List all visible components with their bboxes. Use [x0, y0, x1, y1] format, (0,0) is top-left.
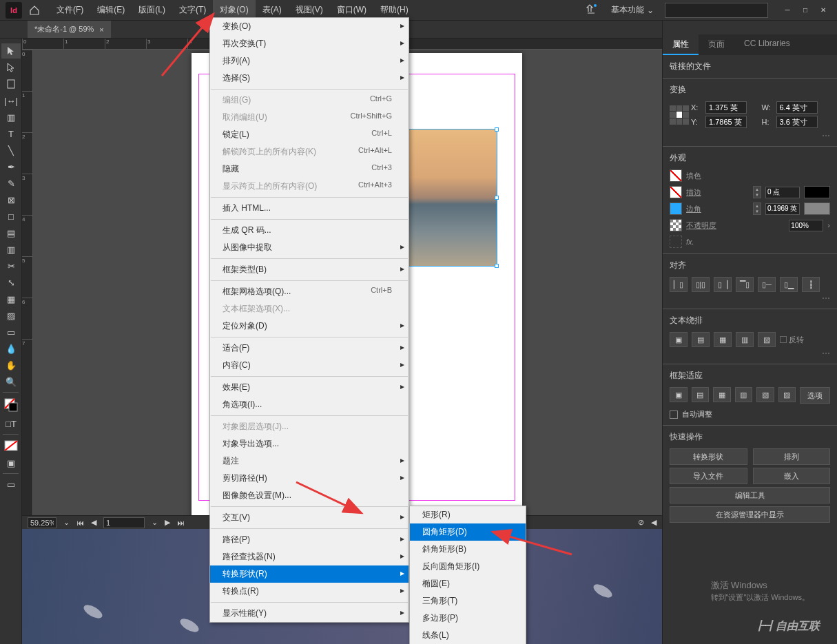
- tab-properties[interactable]: 属性: [663, 34, 699, 55]
- home-icon[interactable]: [26, 2, 43, 19]
- menu-item[interactable]: 效果(E)▸: [210, 379, 409, 396]
- apply-color[interactable]: [1, 437, 21, 454]
- menu-item[interactable]: 变换(O)▸: [210, 18, 409, 35]
- corner-icon[interactable]: [670, 202, 682, 215]
- page-first-icon[interactable]: ⏮: [76, 519, 84, 527]
- menu-item[interactable]: 选择(S)▸: [210, 70, 409, 87]
- submenu-item[interactable]: 斜角矩形(B): [410, 541, 526, 558]
- align-hcenter[interactable]: ▯|▯: [692, 277, 710, 292]
- menu-item[interactable]: 剪切路径(H)▸: [210, 470, 409, 487]
- horizontal-grid-tool[interactable]: ▤: [1, 225, 21, 240]
- fit-content-aware[interactable]: ▨: [778, 387, 796, 402]
- submenu-item[interactable]: 线条(L): [410, 627, 526, 644]
- gap-tool[interactable]: |↔|: [1, 93, 21, 108]
- menu-item[interactable]: 转换点(R)▸: [210, 583, 409, 600]
- submenu-item[interactable]: 椭圆(E): [410, 575, 526, 592]
- submenu-item[interactable]: 多边形(P): [410, 610, 526, 627]
- auto-fit-checkbox[interactable]: [670, 411, 678, 419]
- menu-edit[interactable]: 编辑(E): [90, 0, 132, 20]
- menu-item[interactable]: 内容(C)▸: [210, 357, 409, 374]
- wrap-bbox[interactable]: ▤: [692, 332, 710, 347]
- fit-options-button[interactable]: 选项: [800, 387, 830, 404]
- vertical-grid-tool[interactable]: ▥: [1, 242, 21, 257]
- corner-stepper[interactable]: ▲▼: [753, 202, 761, 215]
- wrap-next[interactable]: ▧: [758, 332, 776, 347]
- align-vcenter[interactable]: ▯─: [758, 277, 776, 292]
- page-last-icon[interactable]: ⏭: [177, 519, 185, 527]
- submenu-item[interactable]: 矩形(R): [410, 506, 526, 523]
- wrap-jump[interactable]: ▥: [736, 332, 754, 347]
- zoom-tool[interactable]: 🔍: [1, 374, 21, 389]
- wrap-none[interactable]: ▣: [670, 332, 688, 347]
- w-field[interactable]: [776, 101, 818, 114]
- hand-tool[interactable]: ✋: [1, 357, 21, 373]
- submenu-item[interactable]: 反向圆角矩形(I): [410, 558, 526, 575]
- selection-tool[interactable]: [1, 43, 21, 59]
- wrap-shape[interactable]: ▦: [714, 332, 732, 347]
- menu-item[interactable]: 再次变换(T)▸: [210, 35, 409, 52]
- quick-import[interactable]: 导入文件: [670, 468, 747, 484]
- y-field[interactable]: [705, 116, 747, 128]
- align-right[interactable]: ▯▕: [714, 277, 732, 292]
- menu-item[interactable]: 对象导出选项...: [210, 435, 409, 453]
- fill-stroke-swap[interactable]: [1, 395, 21, 415]
- direct-selection-tool[interactable]: [1, 60, 21, 75]
- fit-content-frame[interactable]: ▦: [713, 387, 731, 402]
- tab-cclibraries[interactable]: CC Libraries: [734, 34, 800, 55]
- fx-label[interactable]: fx.: [686, 238, 694, 246]
- menu-item[interactable]: 交互(V)▸: [210, 509, 409, 526]
- corner-field[interactable]: [765, 203, 800, 215]
- page-chevron-icon[interactable]: ⌄: [152, 518, 158, 527]
- line-tool[interactable]: ╲: [1, 143, 21, 158]
- gradient-swatch-tool[interactable]: ▦: [1, 291, 21, 307]
- content-collector-tool[interactable]: ▥: [1, 110, 21, 125]
- align-left[interactable]: ▏▯: [670, 277, 688, 292]
- fill-swatch[interactable]: [670, 169, 682, 182]
- tab-pages[interactable]: 页面: [699, 34, 734, 55]
- document-tab[interactable]: *未命名-1 @ 59% ×: [28, 21, 111, 38]
- note-tool[interactable]: ▭: [1, 324, 21, 340]
- menu-item[interactable]: 排列(A)▸: [210, 52, 409, 70]
- page-tool[interactable]: [1, 76, 21, 92]
- align-bottom[interactable]: ▯▁: [780, 277, 798, 292]
- zoom-field[interactable]: [28, 517, 56, 528]
- page-prev-icon[interactable]: ◀: [91, 518, 96, 527]
- type-tool[interactable]: T: [1, 126, 21, 141]
- eyedropper-tool[interactable]: 💧: [1, 341, 21, 356]
- window-minimize[interactable]: ─: [779, 3, 796, 17]
- errors-icon[interactable]: ⊘: [638, 518, 644, 527]
- menu-item[interactable]: 插入 HTML...: [210, 200, 409, 217]
- menu-item[interactable]: 适合(F)▸: [210, 340, 409, 357]
- stroke-stepper[interactable]: ▲▼: [753, 186, 761, 198]
- reference-point[interactable]: [670, 105, 689, 125]
- menu-item[interactable]: 路径查找器(N)▸: [210, 548, 409, 565]
- free-transform-tool[interactable]: ⤡: [1, 275, 21, 290]
- rectangle-frame-tool[interactable]: ⊠: [1, 192, 21, 207]
- menu-item[interactable]: 角选项(I)...: [210, 396, 409, 413]
- opacity-arrow-icon[interactable]: ›: [827, 221, 830, 229]
- menu-item[interactable]: 框架类型(B)▸: [210, 261, 409, 278]
- formatting-container[interactable]: □T: [1, 416, 21, 431]
- window-maximize[interactable]: □: [797, 3, 814, 17]
- menu-item[interactable]: 图像颜色设置(M)...: [210, 487, 409, 504]
- invert-label[interactable]: 反转: [789, 335, 804, 345]
- rectangle-tool[interactable]: □: [1, 209, 21, 224]
- menu-item[interactable]: 题注▸: [210, 453, 409, 470]
- menu-item[interactable]: 从图像中提取▸: [210, 239, 409, 256]
- stroke-field[interactable]: [765, 187, 800, 198]
- fit-frame-content[interactable]: ▥: [735, 387, 753, 402]
- page-field[interactable]: [103, 517, 145, 528]
- page-next-icon[interactable]: ▶: [165, 518, 170, 527]
- quick-explorer[interactable]: 在资源管理器中显示: [670, 506, 830, 523]
- zoom-chevron-icon[interactable]: ⌄: [63, 518, 70, 527]
- menu-item[interactable]: 路径(P)▸: [210, 531, 409, 548]
- screen-mode[interactable]: ▭: [1, 477, 21, 492]
- scissors-tool[interactable]: ✂: [1, 258, 21, 273]
- distribute[interactable]: ┇: [802, 277, 820, 292]
- menu-layout[interactable]: 版面(L): [132, 0, 172, 20]
- share-icon[interactable]: [583, 1, 600, 19]
- menu-item[interactable]: 转换形状(R)▸: [210, 565, 409, 583]
- opacity-icon[interactable]: [670, 219, 682, 231]
- submenu-item[interactable]: 三角形(T): [410, 592, 526, 610]
- stroke-swatch[interactable]: [670, 186, 682, 198]
